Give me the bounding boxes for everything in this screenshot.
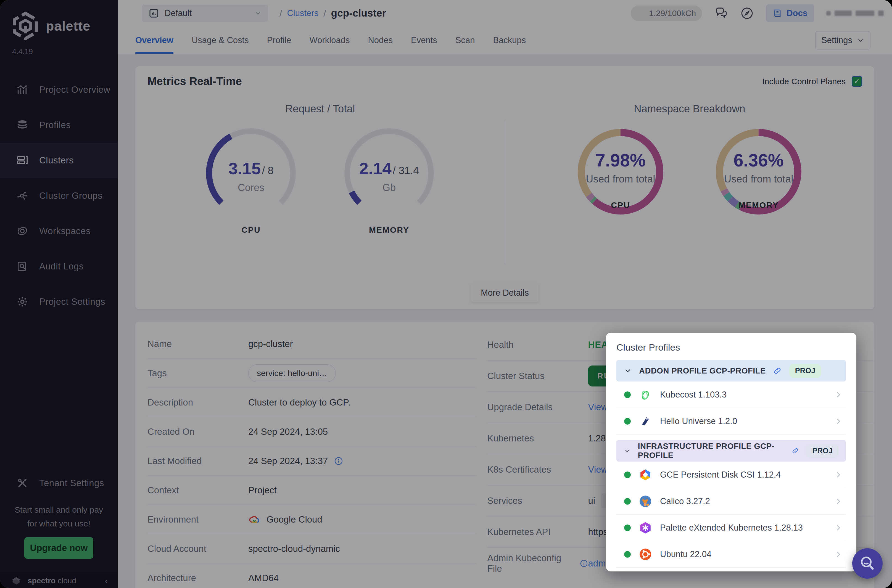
chevron-down-icon [623, 447, 631, 455]
palette-extended-kubernetes-icon [638, 521, 652, 535]
gce-persistent-disk-icon [638, 468, 652, 482]
link-icon[interactable] [773, 366, 782, 375]
hello-universe-icon [638, 414, 652, 428]
profile-layer-gce-disk[interactable]: GCE Persistent Disk CSI 1.12.4 [616, 462, 846, 488]
chevron-right-icon [834, 550, 843, 559]
chevron-right-icon [834, 417, 843, 426]
status-dot-green [624, 551, 631, 558]
infrastructure-profile-name: INFRASTRUCTURE PROFILE GCP-PROFILE [638, 442, 785, 460]
profile-layer-name: Ubuntu 22.04 [660, 549, 712, 559]
profile-layer-name: GCE Persistent Disk CSI 1.12.4 [660, 470, 781, 480]
calico-icon [638, 494, 652, 508]
ubuntu-icon [638, 548, 652, 561]
chevron-right-icon [834, 470, 843, 480]
status-dot-green [624, 392, 631, 398]
search-smile-icon [858, 554, 877, 573]
chevron-down-icon [623, 367, 632, 375]
profile-layer-name: Palette eXtended Kubernetes 1.28.13 [660, 523, 803, 533]
status-dot-green [624, 498, 631, 505]
screen: palette 4.4.19 Project Overview Profiles… [0, 0, 892, 588]
chevron-right-icon [834, 390, 843, 399]
proj-scope-badge: PROJ [789, 364, 821, 378]
link-icon[interactable] [791, 446, 799, 455]
search-assistant-button[interactable] [852, 548, 883, 579]
profile-layer-kubecost[interactable]: Kubecost 1.103.3 [616, 381, 846, 408]
infrastructure-profile-section-header[interactable]: INFRASTRUCTURE PROFILE GCP-PROFILE PROJ [616, 440, 846, 462]
profile-layer-name: Kubecost 1.103.3 [660, 390, 727, 400]
profile-layer-name: Calico 3.27.2 [660, 496, 710, 506]
profile-layer-calico[interactable]: Calico 3.27.2 [616, 488, 846, 514]
profile-layer-palette-extended-k8s[interactable]: Palette eXtended Kubernetes 1.28.13 [616, 514, 846, 541]
addon-profile-name: ADDON PROFILE GCP-PROFILE [639, 366, 766, 375]
cluster-profiles-panel: Cluster Profiles ADDON PROFILE GCP-PROFI… [606, 333, 856, 572]
cluster-profiles-title: Cluster Profiles [616, 342, 846, 353]
profile-layer-hello-universe[interactable]: Hello Universe 1.2.0 [616, 408, 846, 435]
status-dot-green [624, 471, 631, 478]
kubecost-icon [638, 388, 652, 402]
addon-profile-section-header[interactable]: ADDON PROFILE GCP-PROFILE PROJ [616, 360, 846, 381]
profile-layer-ubuntu[interactable]: Ubuntu 22.04 [616, 541, 846, 568]
palette-app-window: palette 4.4.19 Project Overview Profiles… [0, 0, 892, 588]
status-dot-green [624, 418, 631, 424]
profile-layer-name: Hello Universe 1.2.0 [660, 416, 737, 426]
chevron-right-icon [834, 496, 843, 506]
status-dot-green [624, 525, 631, 531]
proj-scope-badge: PROJ [806, 444, 839, 458]
chevron-right-icon [834, 523, 843, 532]
